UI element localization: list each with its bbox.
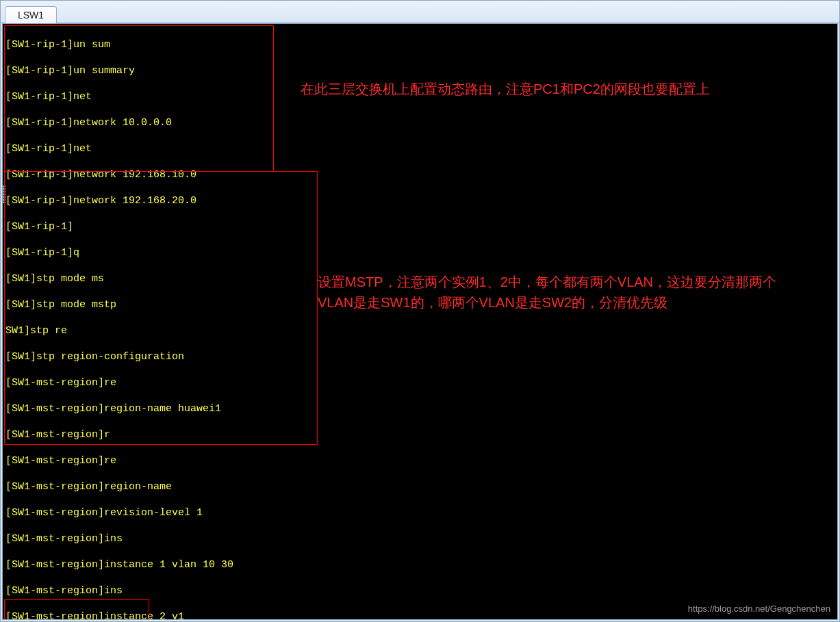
terminal-line: [SW1-mst-region]region-name: [5, 480, 835, 493]
terminal-line: [SW1-rip-1]q: [5, 246, 835, 259]
terminal-line: [SW1-rip-1]net: [5, 142, 835, 155]
window: LSW1 [SW1-rip-1]un sum [SW1-rip-1]un sum…: [0, 0, 840, 622]
terminal-line: [SW1-mst-region]ins: [5, 532, 835, 545]
terminal-line: [SW1-rip-1]network 192.168.20.0: [5, 194, 835, 207]
terminal-line: [SW1-mst-region]r: [5, 428, 835, 441]
terminal-line: [SW1-mst-region]region-name huawei1: [5, 402, 835, 415]
terminal-line: [SW1-mst-region]revision-level 1: [5, 506, 835, 519]
terminal-line: [SW1]stp region-configuration: [5, 350, 835, 363]
tab-bar: LSW1: [1, 1, 839, 23]
terminal-line: [SW1-mst-region]re: [5, 454, 835, 467]
terminal-line: [SW1-rip-1]un sum: [5, 38, 835, 51]
terminal-line: [SW1-mst-region]ins: [5, 584, 835, 597]
terminal-line: SW1]stp re: [5, 324, 835, 337]
terminal-line: [SW1-mst-region]instance 1 vlan 10 30: [5, 558, 835, 571]
watermark: https://blog.csdn.net/Gengchenchen: [688, 604, 830, 614]
terminal-line: [SW1-rip-1]network 192.168.10.0: [5, 168, 835, 181]
terminal-panel: [SW1-rip-1]un sum [SW1-rip-1]un summary …: [2, 23, 838, 620]
terminal-line: [SW1-rip-1]un summary: [5, 64, 835, 77]
terminal-line: [SW1-mst-region]re: [5, 376, 835, 389]
terminal-line: [SW1-rip-1]network 10.0.0.0: [5, 116, 835, 129]
terminal-line: [SW1-rip-1]: [5, 220, 835, 233]
annotation-1: 在此三层交换机上配置动态路由，注意PC1和PC2的网段也要配置上: [301, 79, 807, 99]
terminal-output[interactable]: [SW1-rip-1]un sum [SW1-rip-1]un summary …: [5, 25, 835, 618]
tab-label: LSW1: [18, 10, 44, 21]
tab-lsw1[interactable]: LSW1: [5, 6, 57, 23]
annotation-2: 设置MSTP，注意两个实例1、2中，每个都有两个VLAN，这边要分清那两个VLA…: [318, 272, 811, 313]
